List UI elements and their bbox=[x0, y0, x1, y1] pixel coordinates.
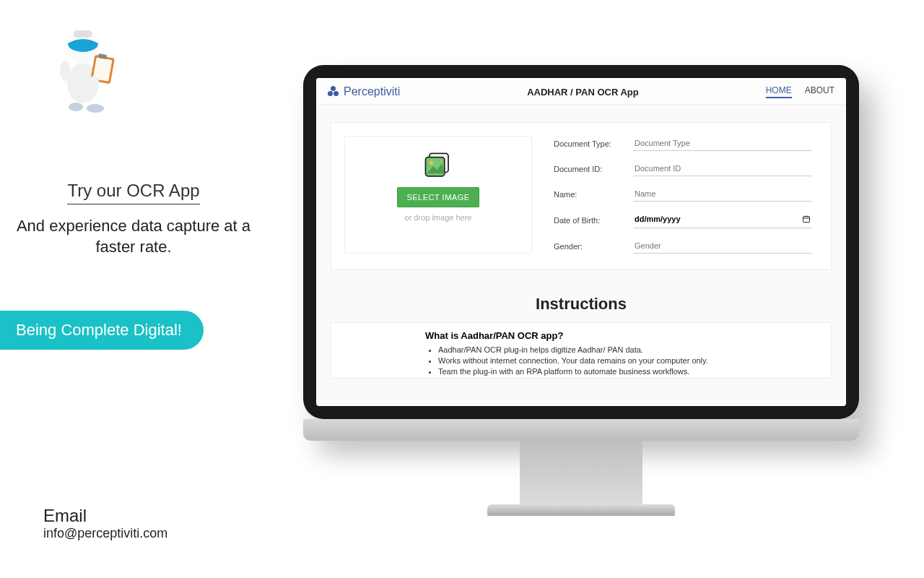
select-image-button[interactable]: SELECT IMAGE bbox=[397, 187, 479, 207]
svg-rect-4 bbox=[74, 30, 92, 38]
fields-panel: Document Type: Document ID: Name: D bbox=[554, 136, 812, 254]
brand-icon bbox=[328, 86, 339, 98]
image-icon bbox=[423, 150, 453, 180]
cta-pill: Being Complete Digital! bbox=[0, 311, 204, 350]
label-doc-id: Document ID: bbox=[554, 165, 619, 173]
brand-name: Perceptiviti bbox=[344, 85, 400, 98]
input-doc-id[interactable] bbox=[633, 161, 812, 176]
label-doc-type: Document Type: bbox=[554, 139, 619, 148]
input-gender[interactable] bbox=[633, 238, 812, 254]
robot-illustration bbox=[43, 14, 123, 116]
list-item: Aadhar/PAN OCR plug-in helps digitize Aa… bbox=[438, 345, 737, 354]
upload-box[interactable]: SELECT IMAGE or drop image here bbox=[344, 136, 532, 254]
svg-point-5 bbox=[60, 61, 70, 81]
svg-point-1 bbox=[69, 103, 83, 111]
calendar-icon bbox=[802, 215, 811, 225]
list-item: Team the plug-in with an RPA platform to… bbox=[438, 367, 737, 376]
input-dob[interactable]: dd/mm/yyyy bbox=[633, 212, 812, 228]
app-screen: Perceptiviti AADHAR / PAN OCR App HOME A… bbox=[316, 78, 846, 406]
label-gender: Gender: bbox=[554, 242, 619, 251]
list-item: Works without internet connection. Your … bbox=[438, 356, 737, 365]
svg-point-12 bbox=[430, 161, 433, 165]
app-title: AADHAR / PAN OCR App bbox=[527, 87, 639, 98]
instructions-subtitle: What is Aadhar/PAN OCR app? bbox=[425, 330, 737, 341]
nav-about[interactable]: ABOUT bbox=[805, 85, 834, 98]
svg-point-2 bbox=[87, 104, 104, 113]
drop-hint: or drop image here bbox=[352, 213, 524, 222]
svg-rect-13 bbox=[803, 217, 810, 223]
input-doc-type[interactable] bbox=[633, 136, 812, 151]
input-name[interactable] bbox=[633, 186, 812, 202]
instructions-heading: Instructions bbox=[331, 295, 832, 314]
promo-title: Try our OCR App bbox=[67, 181, 199, 204]
instructions-panel: What is Aadhar/PAN OCR app? Aadhar/PAN O… bbox=[331, 322, 832, 379]
contact-email: info@perceptiviti.com bbox=[43, 526, 167, 541]
label-name: Name: bbox=[554, 190, 619, 199]
label-dob: Date of Birth: bbox=[554, 216, 619, 225]
monitor-mockup: Perceptiviti AADHAR / PAN OCR App HOME A… bbox=[303, 65, 859, 516]
brand: Perceptiviti bbox=[328, 85, 400, 98]
ocr-panel: SELECT IMAGE or drop image here Document… bbox=[331, 122, 832, 270]
svg-point-9 bbox=[89, 76, 99, 86]
contact-title: Email bbox=[43, 506, 167, 526]
nav-home[interactable]: HOME bbox=[766, 85, 792, 98]
promo-text: And experience data capture at a faster … bbox=[14, 216, 253, 257]
dob-placeholder: dd/mm/yyyy bbox=[635, 215, 681, 225]
